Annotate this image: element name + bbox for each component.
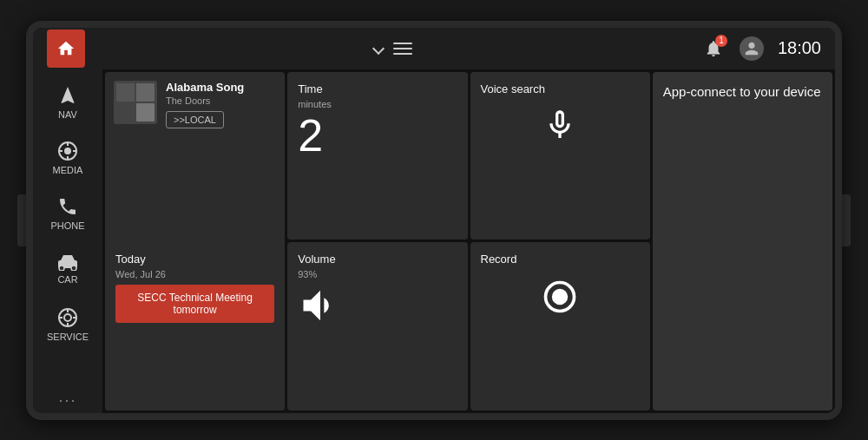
tile-volume[interactable]: Volume 93% [287, 242, 467, 410]
user-avatar[interactable] [740, 36, 764, 61]
album-art [114, 81, 157, 124]
tile-voice-search[interactable]: Voice search [470, 72, 650, 240]
notification-count: 1 [715, 35, 727, 47]
svg-point-4 [71, 266, 76, 271]
top-bar: 1 18:00 [33, 28, 835, 69]
clock: 18:00 [778, 38, 821, 58]
top-bar-center [374, 43, 412, 55]
local-button[interactable]: >>LOCAL [166, 111, 224, 128]
sidebar: NAV MEDIA PHONE [33, 69, 102, 413]
calendar-event[interactable]: SECC Technical Meeting tomorrow [115, 285, 274, 323]
today-title: Today [115, 253, 274, 266]
mic-icon [481, 108, 640, 150]
menu-line [393, 53, 412, 55]
artist-name: The Doors [166, 95, 276, 106]
sidebar-item-nav[interactable]: NAV [37, 76, 98, 128]
record-icon [481, 278, 640, 324]
svg-point-1 [64, 148, 71, 154]
volume-title: Volume [298, 253, 457, 266]
screen: 1 18:00 [33, 28, 835, 413]
sidebar-item-car[interactable]: CAR [37, 243, 98, 295]
svg-point-6 [64, 314, 71, 321]
sidebar-more[interactable]: ... [58, 388, 76, 406]
chevron-down-icon [372, 42, 385, 54]
menu-line [393, 48, 412, 49]
device-frame: 1 18:00 [26, 21, 842, 420]
tile-grid: Alabama Song The Doors >>LOCAL [102, 69, 835, 413]
menu-button[interactable] [393, 43, 412, 55]
svg-point-12 [554, 291, 567, 304]
top-bar-right: 1 18:00 [701, 36, 821, 61]
voice-tile-title: Voice search [481, 82, 640, 95]
record-title: Record [481, 253, 640, 266]
svg-point-3 [59, 266, 64, 271]
tile-time[interactable]: Time minutes 2 [287, 72, 467, 240]
tile-today[interactable]: Today Wed, Jul 26 SECC Technical Meeting… [105, 242, 285, 410]
time-value: 2 [298, 113, 457, 158]
sidebar-item-service[interactable]: SERVICE [37, 299, 98, 351]
song-title: Alabama Song [166, 81, 276, 94]
time-tile-subtitle: minutes [298, 99, 457, 109]
notification-bell[interactable]: 1 [701, 36, 726, 61]
music-info: Alabama Song The Doors >>LOCAL [166, 81, 276, 128]
tile-record[interactable]: Record [470, 242, 650, 410]
home-button[interactable] [47, 30, 85, 68]
tile-appconnect[interactable]: App-connect to your device [653, 72, 832, 410]
volume-value: 93% [298, 269, 457, 279]
main-area: NAV MEDIA PHONE [33, 69, 835, 413]
volume-icon [298, 283, 457, 338]
time-tile-title: Time [298, 82, 457, 95]
music-header: Alabama Song The Doors >>LOCAL [114, 81, 276, 128]
sidebar-item-phone[interactable]: PHONE [37, 187, 98, 240]
sidebar-item-media[interactable]: MEDIA [37, 132, 98, 184]
today-date: Wed, Jul 26 [115, 269, 274, 279]
menu-line [393, 43, 412, 44]
appconnect-title: App-connect to your device [663, 82, 822, 101]
